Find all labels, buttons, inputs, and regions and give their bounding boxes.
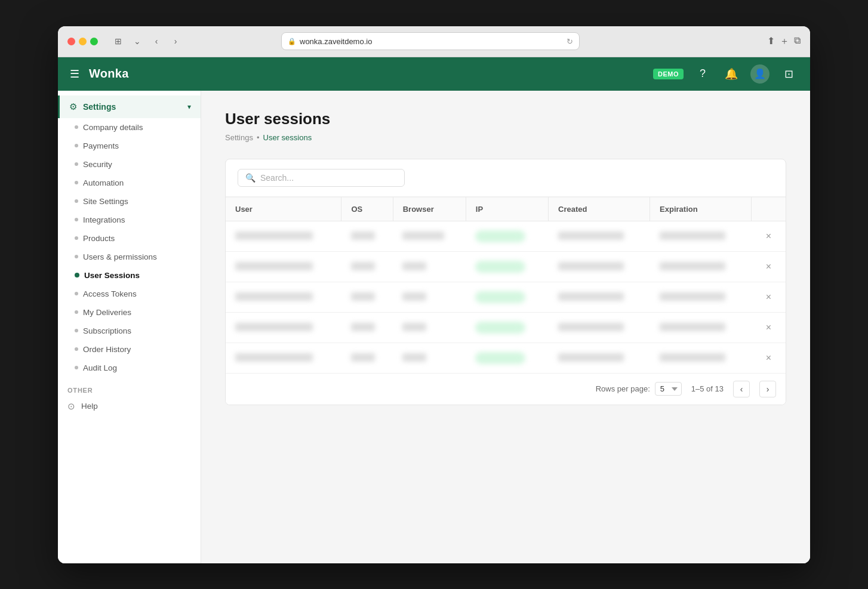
delete-session-button[interactable]: × xyxy=(761,320,776,335)
cell-expiration: 01/01/2024 00:00 xyxy=(650,343,752,373)
nav-dot xyxy=(75,347,78,351)
cell-os: win xyxy=(341,343,393,373)
sidebar-item-my-deliveries[interactable]: My Deliveries xyxy=(58,303,201,322)
cell-browser: win xyxy=(393,282,466,312)
breadcrumb-settings[interactable]: Settings xyxy=(225,133,253,142)
search-icon: 🔍 xyxy=(245,173,256,183)
sidebar-item-label: Site Settings xyxy=(83,197,128,206)
nav-dot xyxy=(75,255,78,258)
settings-label: Settings xyxy=(83,102,187,112)
help-circle-icon: ⊙ xyxy=(67,401,75,412)
next-page-button[interactable]: › xyxy=(759,381,776,397)
rows-per-page-select[interactable]: 5 10 25 xyxy=(655,382,682,396)
delete-session-button[interactable]: × xyxy=(761,289,776,305)
prev-page-button[interactable]: ‹ xyxy=(733,381,750,397)
page-title: User sessions xyxy=(225,110,786,128)
sidebar-item-label: Payments xyxy=(83,141,119,150)
sidebar-item-automation[interactable]: Automation xyxy=(58,174,201,192)
minimize-button[interactable] xyxy=(79,38,87,45)
sidebar-item-help[interactable]: ⊙ Help xyxy=(58,396,201,417)
cell-delete: × xyxy=(752,282,786,312)
back-icon[interactable]: ‹ xyxy=(148,33,165,50)
page-info: 1–5 of 13 xyxy=(691,384,724,393)
cell-user: firstname lastname xyxy=(226,221,341,251)
cell-ip: 192.168.1.1 xyxy=(466,282,548,312)
sidebar-item-products[interactable]: Products xyxy=(58,229,201,248)
col-user: User xyxy=(226,197,341,221)
sidebar-item-label: Users & permissions xyxy=(83,252,157,261)
sidebar-item-audit-log[interactable]: Audit Log xyxy=(58,359,201,377)
sidebar-item-user-sessions[interactable]: User Sessions xyxy=(58,266,201,285)
col-ip: IP xyxy=(466,197,548,221)
table-footer: Rows per page: 5 10 25 1–5 of 13 ‹ › xyxy=(226,373,786,405)
sidebar-item-access-tokens[interactable]: Access Tokens xyxy=(58,285,201,303)
rows-per-page-label: Rows per page: xyxy=(596,384,650,393)
split-view-icon[interactable]: ⧉ xyxy=(794,35,801,48)
chevron-down-icon: ▾ xyxy=(187,103,191,111)
cell-ip: 192.168.1.1 xyxy=(466,251,548,282)
table-card: 🔍 User OS Browser IP Created xyxy=(225,159,786,405)
sidebar-item-company-details[interactable]: Company details xyxy=(58,118,201,137)
cell-os: win xyxy=(341,221,393,251)
cell-os: win xyxy=(341,312,393,343)
nav-buttons: ⊞ ⌄ ‹ › xyxy=(110,33,184,50)
cell-user: firstname lastname xyxy=(226,312,341,343)
settings-section-header[interactable]: ⚙ Settings ▾ xyxy=(58,95,201,118)
nav-dot xyxy=(75,181,78,184)
sidebar-item-order-history[interactable]: Order History xyxy=(58,340,201,359)
cell-created: 01/01/2024 00:00 xyxy=(549,312,650,343)
new-tab-icon[interactable]: ＋ xyxy=(780,35,789,48)
address-bar[interactable]: 🔒 wonka.zaveitdemo.io ↻ xyxy=(281,32,580,50)
nav-dot xyxy=(75,310,78,314)
cell-user: firstname lastname xyxy=(226,282,341,312)
delete-session-button[interactable]: × xyxy=(761,229,776,244)
cell-browser: win xyxy=(393,343,466,373)
maximize-button[interactable] xyxy=(90,38,98,45)
chevron-down-icon[interactable]: ⌄ xyxy=(129,33,146,50)
sidebar-item-label: Security xyxy=(83,160,112,169)
sidebar-item-label: My Deliveries xyxy=(83,308,131,317)
sidebar-item-label: Audit Log xyxy=(83,363,117,372)
top-nav: ☰ Wonka DEMO ? 🔔 👤 ⊡ xyxy=(58,57,810,91)
breadcrumb-separator: • xyxy=(257,133,260,142)
layout-icon[interactable]: ⊡ xyxy=(779,64,798,84)
sidebar-item-subscriptions[interactable]: Subscriptions xyxy=(58,322,201,340)
delete-session-button[interactable]: × xyxy=(761,259,776,275)
delete-session-button[interactable]: × xyxy=(761,350,776,366)
cell-delete: × xyxy=(752,251,786,282)
share-icon[interactable]: ⬆ xyxy=(767,35,775,48)
sessions-table: User OS Browser IP Created Expiration xyxy=(226,197,786,373)
sidebar-item-users-permissions[interactable]: Users & permissions xyxy=(58,248,201,266)
nav-dot xyxy=(75,273,79,277)
cell-os: win xyxy=(341,282,393,312)
traffic-lights xyxy=(67,38,98,45)
sidebar-item-integrations[interactable]: Integrations xyxy=(58,211,201,229)
refresh-icon[interactable]: ↻ xyxy=(567,37,573,46)
avatar[interactable]: 👤 xyxy=(750,64,769,84)
gear-icon: ⚙ xyxy=(69,101,77,112)
nav-dot xyxy=(75,125,78,129)
browser-window: ⊞ ⌄ ‹ › 🔒 wonka.zaveitdemo.io ↻ ⬆ ＋ ⧉ ☰ … xyxy=(58,26,810,563)
forward-icon[interactable]: › xyxy=(167,33,184,50)
close-button[interactable] xyxy=(67,38,75,45)
cell-created: 01/01/2024 00:00 xyxy=(549,282,650,312)
nav-dot xyxy=(75,218,78,221)
sidebar-toggle-icon[interactable]: ⊞ xyxy=(110,33,127,50)
sidebar-item-site-settings[interactable]: Site Settings xyxy=(58,192,201,211)
cell-delete: × xyxy=(752,343,786,373)
demo-badge: DEMO xyxy=(653,69,684,79)
hamburger-icon[interactable]: ☰ xyxy=(70,67,79,81)
cell-user: firstname lastname xyxy=(226,251,341,282)
cell-expiration: 01/01/2024 00:00 xyxy=(650,312,752,343)
table-row: firstname lastnamewinwin192.168.1.101/01… xyxy=(226,251,786,282)
url-text: wonka.zaveitdemo.io xyxy=(300,37,372,46)
cell-created: 01/01/2024 00:00 xyxy=(549,251,650,282)
bell-icon[interactable]: 🔔 xyxy=(722,64,741,84)
col-created: Created xyxy=(549,197,650,221)
app-title: Wonka xyxy=(89,67,129,81)
sidebar-item-security[interactable]: Security xyxy=(58,155,201,174)
search-input[interactable] xyxy=(260,173,397,183)
sidebar-item-label: Access Tokens xyxy=(83,289,137,298)
sidebar-item-payments[interactable]: Payments xyxy=(58,137,201,155)
help-icon[interactable]: ? xyxy=(693,64,712,84)
